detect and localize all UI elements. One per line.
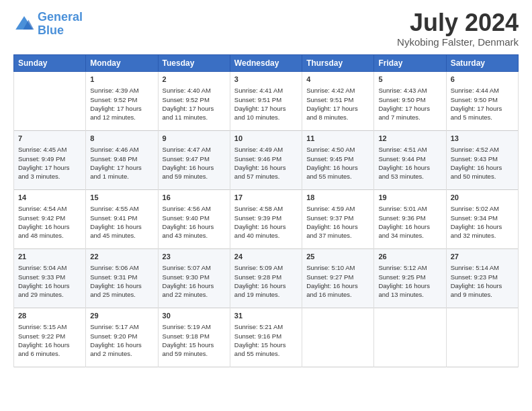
day-number: 17 [234, 193, 298, 203]
cell-3-1: 14Sunrise: 4:54 AMSunset: 9:42 PMDayligh… [14, 190, 86, 249]
cell-2-3: 9Sunrise: 4:47 AMSunset: 9:47 PMDaylight… [158, 131, 230, 190]
cell-text-line: Daylight: 16 hours [306, 163, 369, 172]
cell-text-line: Daylight: 16 hours [234, 163, 298, 172]
cell-text-line: Sunrise: 4:47 AM [163, 145, 226, 154]
cell-text-line: Sunrise: 5:02 AM [451, 204, 514, 213]
cell-4-7: 27Sunrise: 5:14 AMSunset: 9:23 PMDayligh… [446, 249, 518, 308]
cell-text-line: Sunrise: 4:49 AM [234, 145, 298, 154]
cell-3-6: 19Sunrise: 5:01 AMSunset: 9:36 PMDayligh… [374, 190, 446, 249]
cell-5-2: 29Sunrise: 5:17 AMSunset: 9:20 PMDayligh… [86, 308, 158, 367]
day-number: 15 [90, 193, 153, 203]
cell-text-line: and 22 minutes. [163, 290, 226, 299]
day-number: 26 [378, 252, 441, 262]
cell-text-line: Sunrise: 4:44 AM [451, 86, 514, 95]
cell-text-line: Sunrise: 5:06 AM [90, 263, 153, 272]
cell-4-4: 24Sunrise: 5:09 AMSunset: 9:28 PMDayligh… [230, 249, 302, 308]
day-number: 7 [18, 134, 81, 144]
cell-text-line: Sunrise: 4:40 AM [163, 86, 226, 95]
day-number: 19 [378, 193, 441, 203]
cell-text-line: and 34 minutes. [378, 231, 441, 240]
cell-text-line: Sunset: 9:25 PM [378, 273, 441, 281]
day-number: 10 [234, 134, 298, 144]
cell-text-line: and 55 minutes. [306, 172, 369, 181]
day-number: 21 [18, 252, 81, 262]
cell-2-5: 11Sunrise: 4:50 AMSunset: 9:45 PMDayligh… [302, 131, 374, 190]
cell-5-3: 30Sunrise: 5:19 AMSunset: 9:18 PMDayligh… [158, 308, 230, 367]
cell-text-line: Daylight: 17 hours [18, 163, 81, 172]
cell-text-line: Daylight: 16 hours [163, 163, 226, 172]
cell-text-line: Daylight: 16 hours [378, 281, 441, 290]
logo-icon [13, 13, 35, 35]
week-row-1: 1Sunrise: 4:39 AMSunset: 9:52 PMDaylight… [14, 72, 519, 131]
cell-2-6: 12Sunrise: 4:51 AMSunset: 9:44 PMDayligh… [374, 131, 446, 190]
cell-text-line: Sunset: 9:51 PM [234, 95, 298, 104]
cell-text-line: Daylight: 16 hours [163, 222, 226, 231]
cell-text-line: and 1 minute. [90, 172, 153, 181]
day-number: 22 [90, 252, 153, 262]
cell-text-line: Sunrise: 5:07 AM [163, 263, 226, 272]
cell-2-2: 8Sunrise: 4:46 AMSunset: 9:48 PMDaylight… [86, 131, 158, 190]
cell-text-line: Sunrise: 4:39 AM [90, 86, 153, 95]
cell-text-line: and 2 minutes. [90, 349, 153, 358]
cell-text-line: Sunrise: 5:15 AM [18, 322, 81, 331]
cell-text-line: Daylight: 16 hours [90, 222, 153, 231]
cell-text-line: Sunrise: 4:45 AM [18, 145, 81, 154]
cell-1-7: 6Sunrise: 4:44 AMSunset: 9:50 PMDaylight… [446, 72, 518, 131]
header-day-tuesday: Tuesday [158, 55, 230, 72]
calendar-table: SundayMondayTuesdayWednesdayThursdayFrid… [13, 54, 519, 367]
day-number: 5 [378, 75, 441, 85]
day-number: 9 [163, 134, 226, 144]
cell-text-line: Daylight: 17 hours [451, 104, 514, 113]
logo: General Blue [13, 11, 83, 38]
cell-text-line: Sunrise: 4:52 AM [451, 145, 514, 154]
cell-text-line: Daylight: 16 hours [451, 163, 514, 172]
cell-text-line: Daylight: 16 hours [378, 222, 441, 231]
cell-text-line: Sunset: 9:47 PM [163, 154, 226, 163]
day-number: 29 [90, 311, 153, 321]
header-day-wednesday: Wednesday [230, 55, 302, 72]
cell-text-line: and 43 minutes. [163, 231, 226, 240]
cell-text-line: and 10 minutes. [234, 113, 298, 122]
cell-1-4: 3Sunrise: 4:41 AMSunset: 9:51 PMDaylight… [230, 72, 302, 131]
cell-text-line: Daylight: 16 hours [90, 281, 153, 290]
day-number: 27 [451, 252, 514, 262]
cell-5-5 [302, 308, 374, 367]
cell-text-line: Daylight: 16 hours [234, 222, 298, 231]
cell-text-line: Sunrise: 4:50 AM [306, 145, 369, 154]
cell-text-line: Sunrise: 5:19 AM [163, 322, 226, 331]
cell-text-line: Sunrise: 5:09 AM [234, 263, 298, 272]
cell-4-5: 25Sunrise: 5:10 AMSunset: 9:27 PMDayligh… [302, 249, 374, 308]
cell-text-line: Sunset: 9:16 PM [234, 332, 298, 340]
cell-2-4: 10Sunrise: 4:49 AMSunset: 9:46 PMDayligh… [230, 131, 302, 190]
cell-text-line: Sunset: 9:31 PM [90, 273, 153, 281]
cell-text-line: and 6 minutes. [18, 349, 81, 358]
cell-1-6: 5Sunrise: 4:43 AMSunset: 9:50 PMDaylight… [374, 72, 446, 131]
cell-text-line: Daylight: 16 hours [18, 281, 81, 290]
cell-text-line: Daylight: 16 hours [451, 281, 514, 290]
cell-text-line: Daylight: 15 hours [234, 340, 298, 349]
day-number: 8 [90, 134, 153, 144]
cell-1-5: 4Sunrise: 4:42 AMSunset: 9:51 PMDaylight… [302, 72, 374, 131]
cell-text-line: Sunset: 9:49 PM [18, 154, 81, 163]
cell-3-5: 18Sunrise: 4:59 AMSunset: 9:37 PMDayligh… [302, 190, 374, 249]
cell-text-line: Sunset: 9:33 PM [18, 273, 81, 281]
cell-3-4: 17Sunrise: 4:58 AMSunset: 9:39 PMDayligh… [230, 190, 302, 249]
cell-text-line: Sunset: 9:46 PM [234, 154, 298, 163]
week-row-2: 7Sunrise: 4:45 AMSunset: 9:49 PMDaylight… [14, 131, 519, 190]
cell-text-line: Daylight: 16 hours [90, 340, 153, 349]
header-day-sunday: Sunday [14, 55, 86, 72]
cell-4-3: 23Sunrise: 5:07 AMSunset: 9:30 PMDayligh… [158, 249, 230, 308]
cell-text-line: Sunset: 9:42 PM [18, 214, 81, 222]
cell-text-line: Sunset: 9:50 PM [451, 95, 514, 104]
cell-text-line: Sunrise: 4:42 AM [306, 86, 369, 95]
cell-text-line: Sunrise: 4:51 AM [378, 145, 441, 154]
cell-text-line: and 25 minutes. [90, 290, 153, 299]
cell-5-4: 31Sunrise: 5:21 AMSunset: 9:16 PMDayligh… [230, 308, 302, 367]
cell-text-line: and 5 minutes. [451, 113, 514, 122]
cell-text-line: Sunset: 9:52 PM [90, 95, 153, 104]
cell-text-line: Sunrise: 5:12 AM [378, 263, 441, 272]
cell-text-line: Sunset: 9:34 PM [451, 214, 514, 222]
cell-text-line: Sunset: 9:37 PM [306, 214, 369, 222]
header: General Blue July 2024 Nykobing Falster,… [13, 11, 519, 48]
cell-text-line: Sunset: 9:30 PM [163, 273, 226, 281]
